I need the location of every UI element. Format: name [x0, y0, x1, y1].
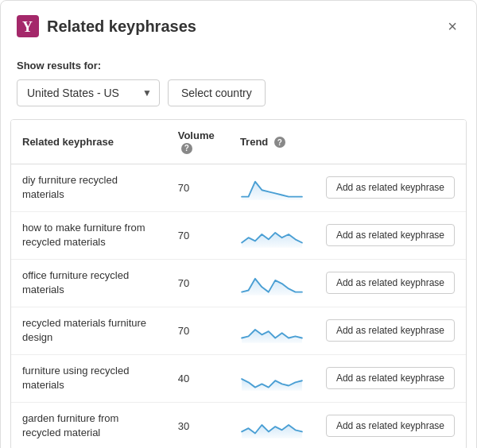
yoast-logo: Y: [17, 15, 39, 37]
trend-sparkline: [240, 411, 304, 439]
action-cell: Add as related keyphrase: [315, 164, 466, 211]
col-trend: Trend ?: [229, 120, 315, 164]
add-keyphrase-button[interactable]: Add as related keyphrase: [326, 224, 455, 246]
keyphrase-cell: garden furniture from recycled material: [11, 402, 167, 448]
col-keyphrase: Related keyphrase: [11, 120, 167, 164]
table-row: garden furniture from recycled material …: [11, 402, 466, 448]
country-select-wrapper: United States - US ▼: [17, 79, 160, 106]
country-select[interactable]: United States - US: [17, 79, 160, 106]
table-row: diy furniture recycled materials 70 Add …: [11, 164, 466, 211]
modal-header: Y Related keyphrases ×: [1, 1, 476, 48]
trend-sparkline: [240, 363, 304, 392]
col-action: [315, 120, 466, 164]
controls-section: Show results for: United States - US ▼ S…: [1, 48, 476, 119]
add-keyphrase-button[interactable]: Add as related keyphrase: [326, 176, 455, 199]
table-row: how to make furniture from recycled mate…: [11, 211, 466, 259]
action-cell: Add as related keyphrase: [315, 259, 466, 307]
add-keyphrase-button[interactable]: Add as related keyphrase: [326, 415, 455, 437]
table-row: office furniture recycled materials 70 A…: [11, 259, 466, 307]
trend-sparkline: [240, 315, 304, 344]
table-row: furniture using recycled materials 40 Ad…: [11, 354, 466, 402]
trend-cell: [229, 164, 315, 211]
trend-cell: [229, 259, 315, 307]
keyphrase-cell: recycled materials furniture design: [11, 307, 167, 354]
keyphrase-cell: office furniture recycled materials: [11, 259, 167, 307]
volume-cell: 70: [167, 164, 229, 211]
keyphrase-cell: how to make furniture from recycled mate…: [11, 211, 167, 259]
volume-cell: 30: [167, 402, 229, 448]
trend-sparkline: [240, 172, 304, 201]
show-results-label: Show results for:: [17, 60, 460, 71]
trend-info-icon[interactable]: ?: [274, 137, 285, 148]
keyphrase-cell: diy furniture recycled materials: [11, 164, 167, 211]
results-table: Related keyphrase Volume ? Trend ? diy f…: [11, 120, 466, 448]
volume-info-icon[interactable]: ?: [181, 143, 192, 154]
close-button[interactable]: ×: [444, 15, 460, 37]
volume-cell: 40: [167, 354, 229, 402]
volume-cell: 70: [167, 259, 229, 307]
table-row: recycled materials furniture design 70 A…: [11, 307, 466, 354]
action-cell: Add as related keyphrase: [315, 402, 466, 448]
trend-cell: [229, 402, 315, 448]
add-keyphrase-button[interactable]: Add as related keyphrase: [326, 272, 455, 294]
action-cell: Add as related keyphrase: [315, 307, 466, 354]
action-cell: Add as related keyphrase: [315, 354, 466, 402]
results-table-container: Related keyphrase Volume ? Trend ? diy f…: [10, 119, 467, 448]
col-volume: Volume ?: [167, 120, 229, 164]
add-keyphrase-button[interactable]: Add as related keyphrase: [326, 367, 455, 389]
volume-cell: 70: [167, 307, 229, 354]
select-country-button[interactable]: Select country: [168, 79, 266, 106]
table-header: Related keyphrase Volume ? Trend ?: [11, 120, 466, 164]
add-keyphrase-button[interactable]: Add as related keyphrase: [326, 319, 455, 342]
trend-cell: [229, 354, 315, 402]
trend-cell: [229, 211, 315, 259]
trend-sparkline: [240, 220, 304, 249]
keyphrase-cell: furniture using recycled materials: [11, 354, 167, 402]
controls-row: United States - US ▼ Select country: [17, 79, 460, 106]
table-body: diy furniture recycled materials 70 Add …: [11, 164, 466, 448]
trend-cell: [229, 307, 315, 354]
header-left: Y Related keyphrases: [17, 15, 196, 37]
action-cell: Add as related keyphrase: [315, 211, 466, 259]
modal-title: Related keyphrases: [47, 17, 196, 36]
volume-cell: 70: [167, 211, 229, 259]
trend-sparkline: [240, 268, 304, 296]
svg-text:Y: Y: [22, 19, 33, 35]
